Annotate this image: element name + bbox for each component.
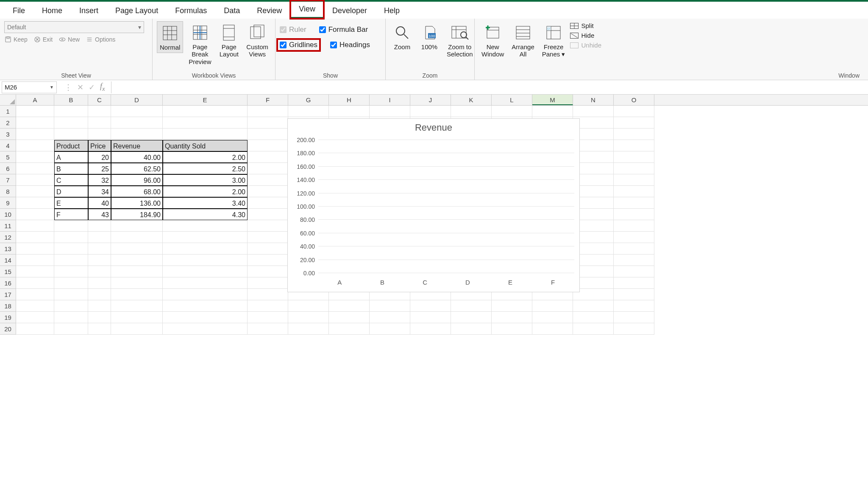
cell-O10[interactable]: [614, 209, 654, 220]
tab-developer[interactable]: Developer: [324, 3, 376, 19]
select-all-corner[interactable]: [0, 95, 16, 105]
cell-D19[interactable]: [111, 312, 163, 323]
cell-K20[interactable]: [451, 323, 492, 335]
cell-L18[interactable]: [492, 300, 532, 312]
cell-E5[interactable]: 2.00: [163, 151, 248, 163]
tab-data[interactable]: Data: [215, 3, 248, 19]
cell-B3[interactable]: [54, 129, 88, 140]
cell-F9[interactable]: [248, 197, 288, 209]
cell-F14[interactable]: [248, 254, 288, 266]
row-header[interactable]: 11: [0, 220, 16, 232]
custom-views-button[interactable]: Custom Views: [244, 21, 271, 60]
cell-D3[interactable]: [111, 129, 163, 140]
cell-A8[interactable]: [16, 186, 54, 197]
cell-A12[interactable]: [16, 232, 54, 243]
cell-C4[interactable]: Price: [88, 140, 111, 151]
cell-C9[interactable]: 40: [88, 197, 111, 209]
cell-H20[interactable]: [329, 323, 370, 335]
split-button[interactable]: Split: [570, 22, 601, 29]
col-header-I[interactable]: I: [370, 95, 410, 105]
formula-input[interactable]: [111, 81, 868, 93]
cell-K19[interactable]: [451, 312, 492, 323]
tab-insert[interactable]: Insert: [71, 3, 107, 19]
col-header-D[interactable]: D: [111, 95, 163, 105]
cell-J19[interactable]: [410, 312, 451, 323]
cell-A15[interactable]: [16, 266, 54, 277]
cell-E7[interactable]: 3.00: [163, 174, 248, 186]
cell-M20[interactable]: [532, 323, 573, 335]
cell-D18[interactable]: [111, 300, 163, 312]
cell-C14[interactable]: [88, 254, 111, 266]
cell-D1[interactable]: [111, 106, 163, 117]
gridlines-checkbox[interactable]: Gridlines: [280, 41, 317, 49]
cell-B10[interactable]: F: [54, 209, 88, 220]
col-header-A[interactable]: A: [16, 95, 54, 105]
col-header-G[interactable]: G: [288, 95, 329, 105]
cell-D10[interactable]: 184.90: [111, 209, 163, 220]
col-header-H[interactable]: H: [329, 95, 370, 105]
cell-E4[interactable]: Quantity Sold: [163, 140, 248, 151]
cell-A13[interactable]: [16, 243, 54, 254]
cell-A10[interactable]: [16, 209, 54, 220]
cell-B20[interactable]: [54, 323, 88, 335]
keep-button[interactable]: Keep: [4, 36, 28, 43]
cell-O17[interactable]: [614, 289, 654, 300]
cell-D14[interactable]: [111, 254, 163, 266]
cell-E17[interactable]: [163, 289, 248, 300]
cell-F13[interactable]: [248, 243, 288, 254]
tab-file[interactable]: File: [4, 3, 33, 19]
col-header-O[interactable]: O: [614, 95, 654, 105]
cell-A2[interactable]: [16, 117, 54, 129]
cell-F7[interactable]: [248, 174, 288, 186]
confirm-icon[interactable]: ✓: [89, 83, 95, 92]
cell-H18[interactable]: [329, 300, 370, 312]
tab-home[interactable]: Home: [33, 3, 71, 19]
formula-bar-checkbox[interactable]: Formula Bar: [319, 25, 368, 34]
cell-C1[interactable]: [88, 106, 111, 117]
row-header[interactable]: 19: [0, 312, 16, 323]
cell-J1[interactable]: [410, 106, 451, 117]
cell-D8[interactable]: 68.00: [111, 186, 163, 197]
zoom-to-selection-button[interactable]: Zoom to Selection: [444, 21, 476, 60]
tab-page-layout[interactable]: Page Layout: [107, 3, 167, 19]
cell-E15[interactable]: [163, 266, 248, 277]
cancel-icon[interactable]: ✕: [77, 83, 83, 92]
cell-F5[interactable]: [248, 151, 288, 163]
cell-B6[interactable]: B: [54, 163, 88, 174]
col-header-B[interactable]: B: [54, 95, 88, 105]
row-header[interactable]: 17: [0, 289, 16, 300]
cell-E2[interactable]: [163, 117, 248, 129]
cell-A3[interactable]: [16, 129, 54, 140]
cell-A1[interactable]: [16, 106, 54, 117]
cell-B12[interactable]: [54, 232, 88, 243]
new-window-button[interactable]: New Window: [479, 21, 506, 60]
sheet-view-select[interactable]: Default ▾: [4, 21, 144, 33]
col-header-E[interactable]: E: [163, 95, 248, 105]
row-header[interactable]: 12: [0, 232, 16, 243]
cell-B4[interactable]: Product: [54, 140, 88, 151]
cell-B5[interactable]: A: [54, 151, 88, 163]
cell-K18[interactable]: [451, 300, 492, 312]
cell-B11[interactable]: [54, 220, 88, 232]
cell-C15[interactable]: [88, 266, 111, 277]
cell-H1[interactable]: [329, 106, 370, 117]
name-box[interactable]: M26 ▼: [2, 81, 57, 93]
page-break-preview-button[interactable]: Page Break Preview: [186, 21, 214, 67]
cell-O18[interactable]: [614, 300, 654, 312]
tab-view[interactable]: View: [290, 1, 324, 19]
row-header[interactable]: 10: [0, 209, 16, 220]
cell-E18[interactable]: [163, 300, 248, 312]
chart[interactable]: Revenue 0.0020.0040.0060.0080.00100.0012…: [287, 118, 580, 292]
row-header[interactable]: 15: [0, 266, 16, 277]
cell-B16[interactable]: [54, 277, 88, 289]
cell-E1[interactable]: [163, 106, 248, 117]
cell-A18[interactable]: [16, 300, 54, 312]
cell-B1[interactable]: [54, 106, 88, 117]
cell-L1[interactable]: [492, 106, 532, 117]
col-header-L[interactable]: L: [492, 95, 532, 105]
cell-A17[interactable]: [16, 289, 54, 300]
cell-F11[interactable]: [248, 220, 288, 232]
cell-J20[interactable]: [410, 323, 451, 335]
cell-D20[interactable]: [111, 323, 163, 335]
cell-D9[interactable]: 136.00: [111, 197, 163, 209]
